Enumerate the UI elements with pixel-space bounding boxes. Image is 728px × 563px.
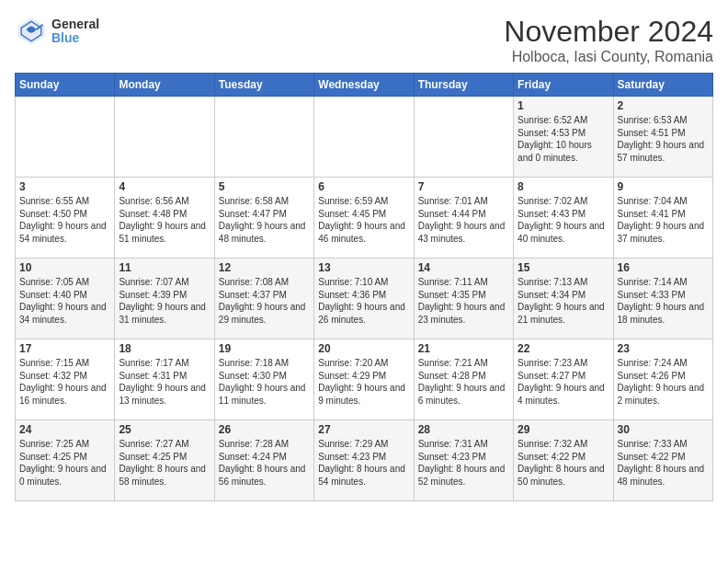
table-row [115,97,214,178]
page-header: General Blue November 2024 Holboca, Iasi… [15,15,713,65]
day-info: Sunrise: 7:31 AM Sunset: 4:23 PM Dayligh… [418,438,509,488]
calendar-week-row: 1Sunrise: 6:52 AM Sunset: 4:53 PM Daylig… [16,97,713,178]
day-info: Sunrise: 7:11 AM Sunset: 4:35 PM Dayligh… [418,276,509,326]
table-row: 28Sunrise: 7:31 AM Sunset: 4:23 PM Dayli… [414,420,513,501]
day-info: Sunrise: 7:25 AM Sunset: 4:25 PM Dayligh… [19,438,110,488]
calendar-week-row: 3Sunrise: 6:55 AM Sunset: 4:50 PM Daylig… [16,178,713,259]
day-info: Sunrise: 7:14 AM Sunset: 4:33 PM Dayligh… [618,276,709,326]
day-number: 2 [618,99,709,112]
table-row: 7Sunrise: 7:01 AM Sunset: 4:44 PM Daylig… [414,178,513,259]
day-number: 22 [518,342,609,355]
day-info: Sunrise: 7:04 AM Sunset: 4:41 PM Dayligh… [618,195,709,245]
table-row: 30Sunrise: 7:33 AM Sunset: 4:22 PM Dayli… [613,420,712,501]
table-row: 18Sunrise: 7:17 AM Sunset: 4:31 PM Dayli… [115,339,214,420]
table-row: 13Sunrise: 7:10 AM Sunset: 4:36 PM Dayli… [314,259,414,339]
day-number: 4 [119,180,210,193]
logo-text: General Blue [51,17,99,46]
table-row: 29Sunrise: 7:32 AM Sunset: 4:22 PM Dayli… [514,420,613,501]
table-row: 2Sunrise: 6:53 AM Sunset: 4:51 PM Daylig… [613,97,712,178]
table-row [16,97,115,178]
day-number: 10 [19,261,110,274]
header-thursday: Thursday [414,74,513,97]
table-row: 10Sunrise: 7:05 AM Sunset: 4:40 PM Dayli… [16,259,115,339]
calendar-week-row: 10Sunrise: 7:05 AM Sunset: 4:40 PM Dayli… [16,259,713,339]
day-number: 23 [618,342,709,355]
location-subtitle: Holboca, Iasi County, Romania [504,49,713,65]
day-number: 13 [318,261,409,274]
table-row [414,97,513,178]
day-info: Sunrise: 7:29 AM Sunset: 4:23 PM Dayligh… [318,438,409,488]
table-row: 20Sunrise: 7:20 AM Sunset: 4:29 PM Dayli… [314,339,414,420]
day-info: Sunrise: 6:56 AM Sunset: 4:48 PM Dayligh… [119,195,210,245]
table-row: 23Sunrise: 7:24 AM Sunset: 4:26 PM Dayli… [613,339,712,420]
day-number: 27 [318,423,409,436]
table-row: 4Sunrise: 6:56 AM Sunset: 4:48 PM Daylig… [115,178,214,259]
day-info: Sunrise: 6:59 AM Sunset: 4:45 PM Dayligh… [318,195,409,245]
day-number: 18 [119,342,210,355]
day-info: Sunrise: 7:23 AM Sunset: 4:27 PM Dayligh… [518,357,609,407]
day-info: Sunrise: 7:27 AM Sunset: 4:25 PM Dayligh… [119,438,210,488]
table-row: 17Sunrise: 7:15 AM Sunset: 4:32 PM Dayli… [16,339,115,420]
day-info: Sunrise: 7:07 AM Sunset: 4:39 PM Dayligh… [119,276,210,326]
table-row: 6Sunrise: 6:59 AM Sunset: 4:45 PM Daylig… [314,178,414,259]
table-row: 22Sunrise: 7:23 AM Sunset: 4:27 PM Dayli… [514,339,613,420]
day-info: Sunrise: 7:08 AM Sunset: 4:37 PM Dayligh… [219,276,310,326]
day-info: Sunrise: 7:20 AM Sunset: 4:29 PM Dayligh… [318,357,409,407]
calendar-week-row: 17Sunrise: 7:15 AM Sunset: 4:32 PM Dayli… [16,339,713,420]
day-number: 5 [219,180,310,193]
day-info: Sunrise: 7:01 AM Sunset: 4:44 PM Dayligh… [418,195,509,245]
day-info: Sunrise: 7:10 AM Sunset: 4:36 PM Dayligh… [318,276,409,326]
day-number: 26 [219,423,310,436]
calendar-week-row: 24Sunrise: 7:25 AM Sunset: 4:25 PM Dayli… [16,420,713,501]
title-block: November 2024 Holboca, Iasi County, Roma… [504,15,713,65]
day-info: Sunrise: 6:53 AM Sunset: 4:51 PM Dayligh… [618,114,709,164]
day-info: Sunrise: 7:32 AM Sunset: 4:22 PM Dayligh… [518,438,609,488]
header-monday: Monday [115,74,214,97]
day-info: Sunrise: 7:15 AM Sunset: 4:32 PM Dayligh… [19,357,110,407]
table-row: 26Sunrise: 7:28 AM Sunset: 4:24 PM Dayli… [214,420,313,501]
table-row: 16Sunrise: 7:14 AM Sunset: 4:33 PM Dayli… [613,259,712,339]
day-info: Sunrise: 6:52 AM Sunset: 4:53 PM Dayligh… [518,114,609,164]
table-row: 19Sunrise: 7:18 AM Sunset: 4:30 PM Dayli… [214,339,313,420]
table-row: 3Sunrise: 6:55 AM Sunset: 4:50 PM Daylig… [16,178,115,259]
logo-icon [15,15,48,48]
day-info: Sunrise: 7:05 AM Sunset: 4:40 PM Dayligh… [19,276,110,326]
day-info: Sunrise: 7:02 AM Sunset: 4:43 PM Dayligh… [518,195,609,245]
day-number: 25 [119,423,210,436]
day-info: Sunrise: 7:18 AM Sunset: 4:30 PM Dayligh… [219,357,310,407]
day-number: 8 [518,180,609,193]
day-number: 6 [318,180,409,193]
day-number: 17 [19,342,110,355]
day-info: Sunrise: 7:13 AM Sunset: 4:34 PM Dayligh… [518,276,609,326]
table-row: 12Sunrise: 7:08 AM Sunset: 4:37 PM Dayli… [214,259,313,339]
calendar-table: Sunday Monday Tuesday Wednesday Thursday… [15,73,713,501]
header-saturday: Saturday [613,74,712,97]
table-row: 14Sunrise: 7:11 AM Sunset: 4:35 PM Dayli… [414,259,513,339]
day-number: 28 [418,423,509,436]
day-number: 20 [318,342,409,355]
header-wednesday: Wednesday [314,74,414,97]
header-tuesday: Tuesday [214,74,313,97]
logo-general: General [51,17,99,31]
table-row [214,97,313,178]
table-row: 9Sunrise: 7:04 AM Sunset: 4:41 PM Daylig… [613,178,712,259]
day-info: Sunrise: 7:33 AM Sunset: 4:22 PM Dayligh… [618,438,709,488]
table-row: 27Sunrise: 7:29 AM Sunset: 4:23 PM Dayli… [314,420,414,501]
table-row: 8Sunrise: 7:02 AM Sunset: 4:43 PM Daylig… [514,178,613,259]
day-info: Sunrise: 7:28 AM Sunset: 4:24 PM Dayligh… [219,438,310,488]
day-number: 11 [119,261,210,274]
day-info: Sunrise: 7:21 AM Sunset: 4:28 PM Dayligh… [418,357,509,407]
day-number: 21 [418,342,509,355]
logo-blue: Blue [51,31,99,45]
table-row: 25Sunrise: 7:27 AM Sunset: 4:25 PM Dayli… [115,420,214,501]
table-row: 5Sunrise: 6:58 AM Sunset: 4:47 PM Daylig… [214,178,313,259]
day-info: Sunrise: 7:17 AM Sunset: 4:31 PM Dayligh… [119,357,210,407]
month-title: November 2024 [504,15,713,49]
day-number: 29 [518,423,609,436]
weekday-header-row: Sunday Monday Tuesday Wednesday Thursday… [16,74,713,97]
day-number: 15 [518,261,609,274]
day-number: 1 [518,99,609,112]
day-info: Sunrise: 6:58 AM Sunset: 4:47 PM Dayligh… [219,195,310,245]
table-row: 21Sunrise: 7:21 AM Sunset: 4:28 PM Dayli… [414,339,513,420]
table-row: 15Sunrise: 7:13 AM Sunset: 4:34 PM Dayli… [514,259,613,339]
